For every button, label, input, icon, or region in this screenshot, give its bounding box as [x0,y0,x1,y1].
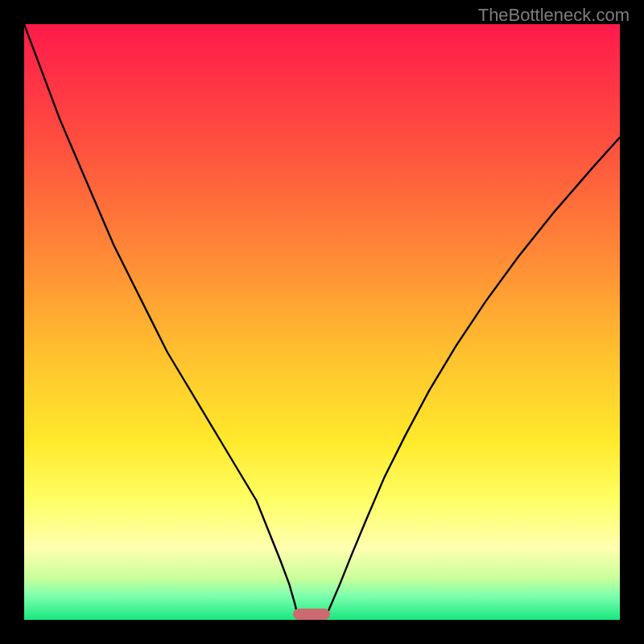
watermark-text: TheBottleneck.com [478,5,630,26]
chart-plot-area [24,24,620,620]
bottleneck-marker [293,609,330,620]
chart-svg [24,24,620,620]
chart-background [24,24,620,620]
